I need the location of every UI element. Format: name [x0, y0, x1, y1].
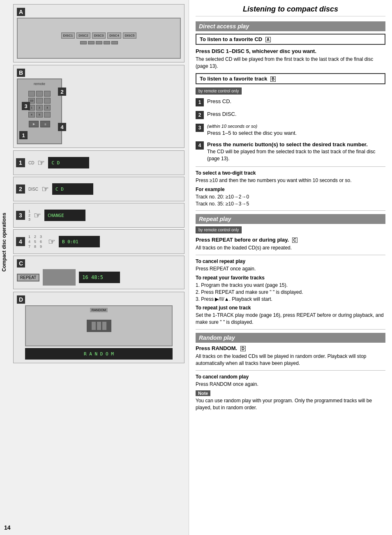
- step-overlay-2: 2: [58, 88, 66, 96]
- step-overlay-3: 3: [22, 102, 30, 110]
- two-digit-title: To select a two-digit track: [196, 170, 385, 176]
- device-b-container: remote CD 1 2 3 4 5: [17, 78, 181, 144]
- listen-cd-box: To listen to a favorite CD A: [196, 34, 385, 45]
- remote-badge-1: by remote control only: [196, 88, 242, 95]
- r-btn-8: 2: [36, 105, 43, 111]
- step-3-label: 123: [28, 209, 30, 221]
- sidebar-label: Compact disc operations: [1, 263, 7, 272]
- section-b-label: B: [17, 69, 25, 77]
- step-num-4: 4: [16, 237, 25, 246]
- disc5-btn: DISC5: [123, 32, 137, 39]
- step-row-1: 1 CD ☞ C D: [13, 150, 184, 175]
- r-btn-11: 5: [36, 112, 43, 118]
- repeat-step1-text: All tracks on the loaded CD(s) are repea…: [196, 244, 385, 251]
- step-circle-3: 3: [196, 124, 204, 132]
- numbered-step-2: 2 Press DISC.: [196, 111, 385, 119]
- r-btn-12: [44, 112, 51, 118]
- hand-icon-4: ☞: [48, 237, 55, 247]
- r-btn-9: 3: [44, 105, 51, 111]
- repeat-step1-bold: Press REPEAT before or during play. C: [196, 237, 385, 243]
- divider-1: [196, 166, 385, 167]
- display-3: CHANGE: [44, 210, 85, 221]
- step-4-label: 123 456 789: [28, 235, 45, 249]
- hand-icon-2: ☞: [42, 184, 49, 194]
- divider-4: [196, 329, 385, 330]
- step-row-4: 4 123 456 789 ☞ B 0:01: [13, 229, 184, 254]
- r-btn-3: [44, 91, 51, 97]
- step-text-4: Press the numeric button(s) to select th…: [207, 141, 385, 162]
- cd-slot-1: [80, 41, 87, 44]
- repeat-button: REPEAT: [17, 274, 39, 281]
- divider-3: [196, 255, 385, 255]
- display-1: C D: [48, 157, 89, 168]
- section-c-content: REPEAT 16 48:5: [17, 269, 181, 286]
- step-num-1: 1: [16, 158, 25, 167]
- one-track-text: Set the 1-TRACK play mode (page 16), pre…: [196, 312, 385, 326]
- one-track-title: To repeat just one track: [196, 305, 385, 311]
- section-a: A DISC1 DISC2 DISC3 DISC4 DISC5: [13, 4, 184, 62]
- two-digit-text: Press ≥10 and then the two numbers you w…: [196, 177, 385, 184]
- section-d: D RANDOM R A N D O M: [13, 292, 184, 363]
- cd-slot-2: [88, 41, 95, 44]
- step1-text: The selected CD will be played from the …: [196, 56, 385, 70]
- numbered-step-1: 1 Press CD.: [196, 98, 385, 106]
- right-panel: Listening to compact discs Direct access…: [189, 0, 392, 535]
- repeat-control: REPEAT: [17, 274, 39, 281]
- step3-small: (within 10 seconds or so): [207, 123, 297, 129]
- note-box-container: Note You can use random play with your p…: [196, 390, 385, 411]
- disc-buttons-row: DISC1 DISC2 DISC3 DISC4 DISC5: [61, 32, 137, 39]
- section-c: C REPEAT 16 48:5: [13, 256, 184, 289]
- step-row-3: 3 123 ☞ CHANGE: [13, 203, 184, 228]
- disc4-btn: DISC4: [107, 32, 121, 39]
- section-a-label: A: [17, 8, 25, 16]
- random-label: RANDOM: [90, 308, 108, 312]
- step-overlay-1: 1: [19, 131, 28, 139]
- section-d-label: D: [17, 295, 25, 304]
- c-remote: [43, 269, 76, 286]
- display-2: C D: [52, 183, 93, 195]
- step-text-1: Press CD.: [207, 98, 231, 105]
- divider-2: [196, 210, 385, 211]
- numbered-step-3: 3 (within 10 seconds or so) Press 1–5 to…: [196, 123, 385, 137]
- note-text: You can use random play with your progra…: [196, 397, 385, 411]
- repeat-icon-ref: C: [292, 238, 297, 243]
- r-btn-1: [28, 91, 35, 97]
- step-2-label: DISC: [28, 187, 38, 191]
- cancel-repeat-title: To cancel repeat play: [196, 258, 385, 264]
- cd-slot-5: [111, 41, 118, 44]
- r-btn-6: [44, 98, 51, 104]
- step3-main: Press 1–5 to select the disc you want.: [207, 129, 297, 137]
- step-1-label: CD: [28, 161, 34, 165]
- display-d: R A N D O M: [25, 348, 173, 360]
- cd-slot-4: [104, 41, 110, 44]
- cancel-repeat-text: Press REPEAT once again.: [196, 265, 385, 272]
- device-d-illustration: RANDOM: [25, 305, 173, 346]
- fav-item-1: 1. Program the tracks you want (page 15)…: [196, 282, 385, 289]
- fav-item-2: 2. Press REPEAT and make sure " " is dis…: [196, 289, 385, 296]
- cd-slot-3: [96, 41, 102, 44]
- section-b: B remote CD 1 2 3 4 5: [13, 65, 184, 148]
- example-text: Track no. 20: ≥10→2→0 Track no. 35: ≥10→…: [196, 194, 385, 208]
- step4-sub: The CD will be played from the selected …: [207, 148, 385, 162]
- divider-5: [196, 370, 385, 371]
- step4-main: Press the numeric button(s) to select th…: [207, 141, 385, 148]
- random-step1-bold: Press RANDOM. D: [196, 345, 385, 351]
- step1-bold: Press DISC 1–DISC 5, whichever disc you …: [196, 48, 385, 54]
- note-label: Note: [196, 390, 210, 396]
- fav-tracks-list: 1. Program the tracks you want (page 15)…: [196, 282, 385, 302]
- disc1-btn: DISC1: [61, 32, 75, 39]
- fav-item-3: 3. Press ▶/II/▲. Playback will start.: [196, 296, 385, 303]
- remote-illustration: remote CD 1 2 3 4 5: [17, 78, 62, 144]
- left-content: A DISC1 DISC2 DISC3 DISC4 DISC5: [13, 4, 184, 363]
- remote-grid: CD 1 2 3 4 5: [28, 91, 51, 118]
- r-btn-5: [36, 98, 43, 104]
- left-panel: Compact disc operations A DISC1 DISC2 DI…: [0, 0, 189, 535]
- display-4: B 0:01: [59, 236, 100, 247]
- r-btn-2: [36, 91, 43, 97]
- cancel-random-title: To cancel random play: [196, 374, 385, 380]
- cd-tray: [80, 41, 118, 44]
- device-a-illustration: DISC1 DISC2 DISC3 DISC4 DISC5: [17, 18, 181, 59]
- display-c: 16 48:5: [79, 272, 120, 283]
- cd-icon-ref: A: [265, 37, 271, 42]
- cd-slots-d: [87, 320, 111, 332]
